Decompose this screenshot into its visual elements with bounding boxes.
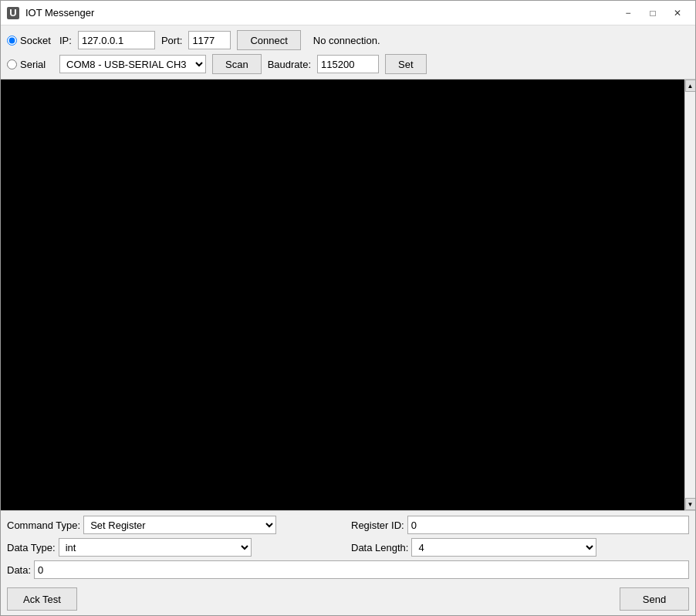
data-type-select[interactable]: int float string byte (59, 538, 252, 557)
data-label: Data: (7, 564, 31, 576)
scroll-down-arrow[interactable]: ▼ (685, 498, 696, 510)
data-row: Data: (7, 560, 689, 579)
set-button[interactable]: Set (385, 54, 427, 74)
toolbar: Socket IP: Port: Connect No connection. … (1, 25, 695, 80)
command-type-label: Command Type: (7, 520, 80, 531)
com-port-select[interactable]: COM8 - USB-SERIAL CH3 (59, 55, 206, 73)
window-title: IOT Messenger (25, 7, 617, 19)
register-id-input[interactable] (407, 516, 689, 534)
title-bar: U IOT Messenger − □ ✕ (1, 1, 695, 25)
socket-radio-label[interactable]: Socket (7, 35, 53, 46)
main-display: ▲ ▼ (1, 80, 695, 510)
datatype-datalength-row: Data Type: int float string byte Data Le… (7, 538, 689, 557)
maximize-button[interactable]: □ (641, 4, 664, 22)
port-input[interactable] (188, 31, 231, 49)
ip-label: IP: (59, 35, 72, 46)
ack-test-button[interactable]: Ack Test (7, 587, 77, 611)
data-length-select[interactable]: 1 2 4 8 (411, 538, 596, 557)
baudrate-input[interactable] (317, 55, 379, 73)
send-button[interactable]: Send (620, 587, 689, 611)
close-button[interactable]: ✕ (666, 4, 689, 22)
connection-status: No connection. (313, 35, 380, 46)
scroll-up-arrow[interactable]: ▲ (685, 80, 696, 92)
scrollbar-vertical[interactable]: ▲ ▼ (684, 80, 695, 510)
port-label: Port: (161, 35, 182, 46)
command-register-row: Command Type: Set Register Get Register … (7, 516, 689, 534)
baudrate-label: Baudrate: (268, 59, 311, 70)
data-length-col: Data Length: 1 2 4 8 (351, 538, 689, 557)
serial-radio-label[interactable]: Serial (7, 59, 53, 70)
serial-row: Serial COM8 - USB-SERIAL CH3 Scan Baudra… (7, 54, 689, 74)
socket-label: Socket (20, 35, 51, 46)
register-id-label: Register ID: (351, 520, 404, 531)
command-type-select[interactable]: Set Register Get Register Set Bit Clear … (83, 516, 276, 534)
socket-radio[interactable] (7, 36, 17, 46)
socket-row: Socket IP: Port: Connect No connection. (7, 30, 689, 50)
connect-button[interactable]: Connect (237, 30, 300, 50)
minimize-button[interactable]: − (617, 4, 640, 22)
bottom-bar: Ack Test Send (7, 587, 689, 611)
app-icon: U (7, 7, 19, 19)
form-rows: Command Type: Set Register Get Register … (7, 516, 689, 611)
data-type-col: Data Type: int float string byte (7, 538, 345, 557)
scan-button[interactable]: Scan (212, 54, 262, 74)
register-id-col: Register ID: (351, 516, 689, 534)
bottom-controls: Command Type: Set Register Get Register … (1, 510, 695, 615)
data-length-label: Data Length: (351, 542, 408, 553)
serial-label: Serial (20, 59, 46, 70)
ip-input[interactable] (78, 31, 155, 49)
data-type-label: Data Type: (7, 542, 56, 553)
window-controls: − □ ✕ (617, 4, 689, 22)
serial-radio[interactable] (7, 59, 17, 69)
command-type-col: Command Type: Set Register Get Register … (7, 516, 345, 534)
data-input[interactable] (34, 560, 689, 579)
main-window: U IOT Messenger − □ ✕ Socket IP: Port: C… (0, 0, 696, 616)
